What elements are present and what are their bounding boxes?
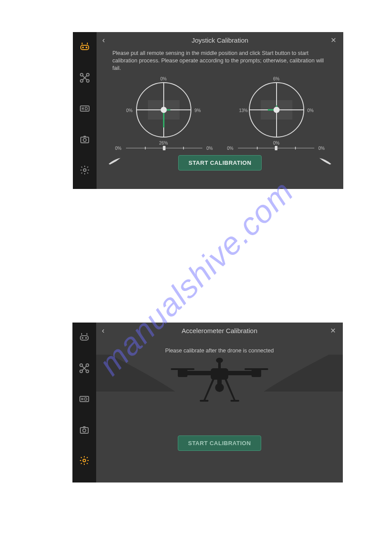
instruction-text: Please calibrate after the drone is conn…: [96, 345, 343, 355]
accelerometer-calibration-panel: ‹ Accelerometer Calibration ✕ Please cal…: [72, 323, 343, 482]
sticks-row: 0% 26% 0% 9% 6% 0% 13%: [97, 75, 343, 145]
joystick-content: ‹ Joystick Calibration ✕ Please put all …: [97, 32, 343, 189]
hd-icon[interactable]: [79, 394, 90, 404]
right-stick-gauge: [241, 75, 312, 145]
page-title: Joystick Calibration: [97, 36, 343, 44]
left-slider-left-value: 0%: [114, 146, 123, 151]
sidebar: [73, 32, 97, 189]
camera-icon[interactable]: [79, 424, 90, 435]
back-button[interactable]: ‹: [97, 36, 111, 45]
close-button[interactable]: ✕: [326, 326, 339, 335]
svg-rect-52: [200, 400, 209, 402]
controller-icon[interactable]: [79, 332, 90, 343]
right-slider-right-value: 0%: [317, 146, 327, 151]
svg-point-55: [215, 383, 224, 392]
left-slider[interactable]: 0% 0%: [114, 146, 215, 151]
right-slider-left-value: 0%: [226, 146, 235, 151]
drone-icon[interactable]: [79, 73, 90, 83]
gear-icon[interactable]: [79, 455, 90, 466]
ground-left-shape: [96, 355, 175, 392]
svg-point-21: [161, 107, 167, 113]
drone-silhouette-icon: [169, 355, 270, 414]
right-stick-left-value: 13%: [239, 108, 248, 113]
right-slider-thumb: [275, 146, 277, 150]
left-slider-right-value: 0%: [205, 146, 215, 151]
gear-icon[interactable]: [79, 165, 90, 175]
svg-point-14: [83, 169, 86, 171]
left-stick-gauge: [129, 75, 199, 145]
svg-rect-12: [81, 137, 89, 143]
left-stick: 0% 26% 0% 9%: [113, 75, 214, 145]
camera-icon[interactable]: [79, 134, 90, 145]
right-stick-top-value: 6%: [273, 76, 279, 81]
sidebar: [72, 323, 96, 482]
titlebar: ‹ Joystick Calibration ✕: [97, 32, 343, 48]
svg-point-42: [83, 429, 86, 432]
drone-illustration-area: [96, 355, 343, 414]
close-button[interactable]: ✕: [327, 36, 340, 44]
svg-rect-53: [230, 400, 239, 402]
left-stick-bottom-value: 26%: [159, 141, 168, 145]
svg-rect-40: [80, 396, 89, 402]
hd-icon[interactable]: [79, 103, 90, 114]
page-title: Accelerometer Calibration: [96, 327, 343, 334]
titlebar: ‹ Accelerometer Calibration ✕: [96, 323, 343, 338]
left-stick-right-value: 9%: [194, 108, 201, 113]
svg-point-13: [83, 138, 86, 141]
svg-point-43: [83, 459, 86, 462]
left-feather-icon: [108, 156, 121, 166]
accelerometer-content: ‹ Accelerometer Calibration ✕ Please cal…: [96, 323, 343, 482]
instruction-text: Please put all remote sensing in the mid…: [97, 48, 343, 72]
right-stick-bottom-value: 0%: [273, 141, 279, 145]
svg-point-33: [86, 337, 86, 338]
right-stick: 6% 0% 13% 0%: [226, 75, 327, 145]
svg-rect-47: [178, 369, 187, 377]
svg-rect-41: [80, 428, 88, 433]
svg-point-3: [83, 47, 83, 48]
sliders-row: 0% 0% 0% 0%: [97, 146, 343, 151]
controller-icon[interactable]: [79, 42, 90, 52]
right-feather-icon: [319, 156, 332, 166]
svg-rect-11: [80, 106, 89, 111]
svg-rect-31: [80, 336, 88, 340]
joystick-calibration-panel: ‹ Joystick Calibration ✕ Please put all …: [73, 32, 343, 189]
right-stick-right-value: 0%: [307, 108, 313, 113]
svg-rect-48: [252, 369, 261, 377]
right-slider[interactable]: 0% 0%: [226, 146, 327, 151]
start-calibration-button[interactable]: START CALIBRATION: [178, 435, 261, 451]
left-stick-top-value: 0%: [160, 76, 166, 81]
right-slider-track: [238, 148, 314, 149]
start-calibration-button[interactable]: START CALIBRATION: [178, 155, 261, 170]
svg-point-4: [86, 47, 87, 48]
back-button[interactable]: ‹: [96, 326, 110, 335]
left-slider-track: [126, 148, 202, 149]
svg-rect-51: [211, 368, 228, 380]
svg-rect-45: [218, 361, 221, 368]
svg-rect-2: [81, 45, 89, 50]
svg-point-32: [82, 337, 83, 338]
ground-right-shape: [264, 355, 343, 392]
svg-point-28: [273, 107, 280, 113]
left-stick-left-value: 0%: [126, 108, 133, 113]
left-slider-thumb: [163, 146, 165, 150]
drone-icon[interactable]: [79, 363, 90, 374]
